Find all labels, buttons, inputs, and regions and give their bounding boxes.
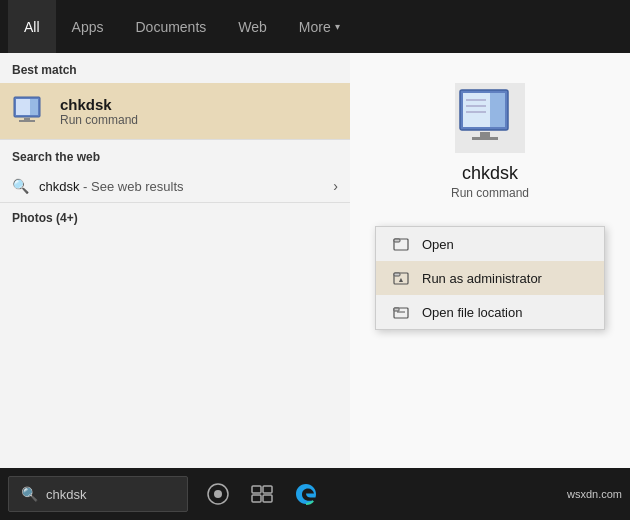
taskbar-clock: wsxdn.com bbox=[567, 488, 622, 500]
search-icon: 🔍 bbox=[12, 178, 29, 194]
left-panel-content bbox=[0, 229, 350, 468]
best-match-title: chkdsk bbox=[60, 96, 138, 113]
best-match-item[interactable]: chkdsk Run command bbox=[0, 83, 350, 139]
arrow-icon: › bbox=[333, 178, 338, 194]
right-panel: chkdsk Run command Open bbox=[350, 53, 630, 468]
menu-open-label: Open bbox=[422, 237, 454, 252]
svg-rect-4 bbox=[19, 120, 35, 122]
open-icon bbox=[392, 235, 410, 253]
svg-rect-13 bbox=[472, 137, 498, 140]
svg-rect-7 bbox=[490, 93, 505, 127]
taskbar-icons bbox=[200, 476, 324, 512]
svg-point-23 bbox=[214, 490, 222, 498]
menu-item-open[interactable]: Open bbox=[376, 227, 604, 261]
chevron-down-icon: ▾ bbox=[335, 21, 340, 32]
admin-icon: ▲ bbox=[392, 269, 410, 287]
app-icon-large bbox=[455, 83, 525, 153]
tab-apps[interactable]: Apps bbox=[56, 0, 120, 53]
taskbar-edge-button[interactable] bbox=[288, 476, 324, 512]
taskbar-taskview-button[interactable] bbox=[244, 476, 280, 512]
content-area: Best match chkdsk Run command bbox=[0, 53, 630, 468]
right-app-type: Run command bbox=[451, 186, 529, 200]
svg-rect-27 bbox=[263, 495, 272, 502]
best-match-subtitle: Run command bbox=[60, 113, 138, 127]
tab-documents[interactable]: Documents bbox=[119, 0, 222, 53]
menu-admin-label: Run as administrator bbox=[422, 271, 542, 286]
app-icon-container: chkdsk Run command bbox=[451, 83, 529, 200]
tab-bar: All Apps Documents Web More ▾ bbox=[0, 0, 630, 53]
tab-web[interactable]: Web bbox=[222, 0, 283, 53]
best-match-text: chkdsk Run command bbox=[60, 96, 138, 127]
best-match-label: Best match bbox=[0, 53, 350, 83]
taskbar-search-button[interactable] bbox=[200, 476, 236, 512]
svg-rect-24 bbox=[252, 486, 261, 493]
tab-more[interactable]: More ▾ bbox=[283, 0, 356, 53]
app-icon-small bbox=[12, 93, 48, 129]
svg-rect-15 bbox=[394, 239, 400, 242]
search-window: All Apps Documents Web More ▾ Best match bbox=[0, 0, 630, 520]
left-panel: Best match chkdsk Run command bbox=[0, 53, 350, 468]
tab-all[interactable]: All bbox=[8, 0, 56, 53]
menu-item-open-location[interactable]: Open file location bbox=[376, 295, 604, 329]
web-search-item[interactable]: 🔍 chkdsk - See web results › bbox=[0, 170, 350, 202]
taskbar-search-icon: 🔍 bbox=[21, 486, 38, 502]
location-icon bbox=[392, 303, 410, 321]
svg-rect-26 bbox=[252, 495, 261, 502]
right-app-name: chkdsk bbox=[462, 163, 518, 184]
context-menu: Open ▲ Run as administrator bbox=[375, 226, 605, 330]
photos-label: Photos (4+) bbox=[0, 203, 350, 229]
web-search-label: Search the web bbox=[0, 140, 350, 170]
menu-item-run-as-admin[interactable]: ▲ Run as administrator bbox=[376, 261, 604, 295]
web-search-text: chkdsk - See web results bbox=[39, 179, 323, 194]
svg-rect-20 bbox=[394, 308, 399, 311]
svg-rect-8 bbox=[463, 93, 490, 127]
menu-location-label: Open file location bbox=[422, 305, 522, 320]
svg-rect-2 bbox=[30, 99, 38, 115]
taskbar: 🔍 chkdsk bbox=[0, 468, 630, 520]
taskbar-search-text: chkdsk bbox=[46, 487, 86, 502]
svg-text:▲: ▲ bbox=[398, 276, 405, 283]
svg-rect-25 bbox=[263, 486, 272, 493]
taskbar-right: wsxdn.com bbox=[567, 488, 622, 500]
taskbar-search[interactable]: 🔍 chkdsk bbox=[8, 476, 188, 512]
